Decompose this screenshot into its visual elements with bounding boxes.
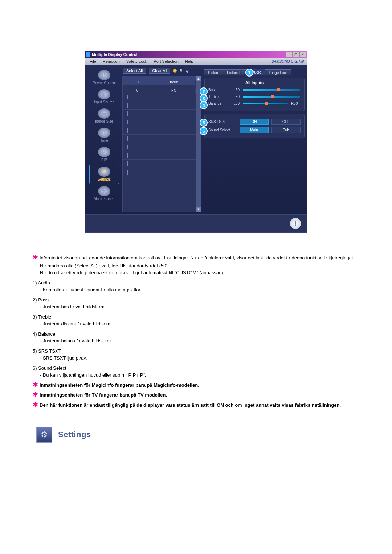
mdc-app-window: Multiple Display Control _ ▢ ✕ File Remo… (85, 51, 307, 233)
brand-label: SAMSUNG DIGITall (271, 59, 305, 63)
srs-off-button[interactable]: OFF (271, 119, 301, 125)
minimize-button[interactable]: _ (286, 52, 292, 57)
sidebar: ⏻ Power Control ◧ Input Source ▣ Image S… (87, 67, 121, 212)
row-checkbox[interactable] (127, 136, 128, 141)
row-id: 0 (132, 89, 143, 93)
table-row (123, 151, 196, 160)
row-checkbox[interactable] (127, 103, 128, 108)
bass-label: Bass (208, 88, 227, 92)
row-checkbox[interactable] (127, 111, 128, 116)
menu-file[interactable]: File (87, 58, 99, 64)
grid-header-input: Input (152, 80, 196, 84)
table-row (123, 168, 196, 176)
all-inputs-label: All Inputs (208, 81, 301, 85)
sidebar-item-label: Time (90, 139, 119, 143)
balance-row: 4 Balance L50 R50 (208, 102, 301, 106)
wrench-icon: 🛠 (98, 186, 110, 196)
sidebar-item-maintenance[interactable]: 🛠 Maintenance (90, 185, 119, 203)
row-checkbox[interactable] (127, 120, 128, 124)
menubar: File Remocon Safety Lock Port Selection … (85, 58, 307, 65)
sidebar-item-image-size[interactable]: ▣ Image Size (90, 107, 119, 126)
sidebar-item-power-control[interactable]: ⏻ Power Control (90, 69, 119, 87)
clear-all-button[interactable]: Clear All (149, 68, 170, 74)
sidebar-item-input-source[interactable]: ◧ Input Source (90, 88, 119, 106)
row-checkbox[interactable] (127, 161, 128, 166)
item-1-title: 1) Audio (33, 279, 359, 287)
table-row (123, 93, 196, 101)
balance-left: L50 (230, 102, 240, 106)
item-5-title: 5) SRS TSXT (33, 348, 359, 355)
sidebar-item-label: Settings (90, 177, 119, 181)
balance-thumb[interactable] (265, 102, 268, 105)
tab-picture-pc[interactable]: Picture PC (223, 69, 248, 75)
bass-row: 2 Bass 60 (208, 88, 301, 92)
callout-6-icon: 6 (200, 127, 208, 135)
select-all-button[interactable]: Select All (123, 68, 146, 74)
sidebar-item-label: Image Size (90, 119, 119, 123)
table-row (123, 135, 196, 143)
balance-right: R50 (291, 102, 301, 106)
treble-slider[interactable] (242, 95, 301, 98)
tab-audio[interactable]: 1 Audio (248, 69, 265, 75)
table-row (123, 126, 196, 135)
scroll-down-icon[interactable]: ▼ (196, 207, 201, 212)
sound-select-row: 6 Sound Select Main Sub (208, 127, 301, 133)
row-checkbox[interactable] (127, 95, 128, 99)
row-checkbox[interactable] (127, 145, 128, 149)
menu-remocon[interactable]: Remocon (100, 58, 123, 64)
sidebar-item-label: PIP (90, 158, 119, 162)
window-title: Multiple Display Control (92, 52, 138, 57)
treble-row: 3 Treble 50 (208, 95, 301, 99)
table-row[interactable]: 0PC (123, 85, 196, 93)
settings-tabs: Picture Picture PC 1 Audio Image Lock (204, 67, 305, 75)
menu-safety-lock[interactable]: Safety Lock (123, 58, 150, 64)
star-icon: ✱ (33, 402, 38, 409)
warning-icon: ! (290, 218, 301, 229)
tab-picture[interactable]: Picture (204, 69, 223, 75)
input-icon: ◧ (98, 89, 110, 99)
menu-port-selection[interactable]: Port Selection (151, 58, 181, 64)
bass-thumb[interactable] (277, 88, 280, 91)
sound-main-button[interactable]: Main (240, 127, 269, 133)
item-3-title: 3) Treble (33, 313, 359, 321)
balance-label: Balance (208, 102, 227, 106)
pip-icon: ◰ (98, 147, 110, 157)
maximize-button[interactable]: ▢ (293, 52, 299, 57)
grid-header-id: ID (132, 80, 143, 84)
sidebar-item-settings[interactable]: ⚙ Settings (89, 165, 119, 184)
clock-icon: ◷ (98, 128, 110, 138)
table-row (123, 160, 196, 168)
treble-value: 50 (230, 95, 240, 99)
grid-header: ID Input (123, 76, 196, 85)
close-button[interactable]: ✕ (299, 52, 306, 57)
sidebar-item-pip[interactable]: ◰ PIP (90, 145, 119, 164)
row-checkbox[interactable] (127, 170, 128, 175)
power-icon: ⏻ (98, 70, 110, 80)
table-row (123, 143, 196, 151)
bass-slider[interactable] (242, 89, 301, 91)
table-row (123, 101, 196, 110)
item-6-desc: - Du kan v lja antingen huvud eller sub … (33, 372, 359, 379)
row-checkbox[interactable] (127, 153, 128, 158)
settings-section-title: Settings (58, 430, 91, 439)
callout-4-icon: 4 (200, 101, 208, 109)
balance-slider[interactable] (242, 102, 288, 105)
audio-sliders-panel: All Inputs 2 Bass 60 3 Treble 50 (204, 78, 305, 111)
srs-on-button[interactable]: ON (240, 119, 269, 125)
treble-thumb[interactable] (271, 95, 274, 98)
item-5-desc: - SRS TSXT-ljud p /av. (33, 354, 359, 362)
sidebar-item-time[interactable]: ◷ Time (90, 126, 119, 145)
sidebar-item-label: Maintenance (90, 197, 119, 201)
item-3-desc: - Justerar diskant f r vald bildsk rm. (33, 320, 359, 328)
tab-image-lock[interactable]: Image Lock (265, 69, 292, 75)
star-icon: ✱ (33, 254, 38, 262)
scroll-up-icon[interactable]: ▲ (196, 76, 201, 81)
table-row (123, 110, 196, 118)
row-checkbox[interactable] (127, 128, 128, 133)
callout-1-icon: 1 (245, 69, 253, 77)
note-tv: Inmatningsenheten för TV fungerar bara p… (40, 391, 167, 399)
sound-sub-button[interactable]: Sub (271, 127, 301, 133)
note-sub: N r du ndrar ett v rde p denna sk rm ndr… (33, 269, 359, 276)
titlebar: Multiple Display Control _ ▢ ✕ (85, 51, 307, 58)
menu-help[interactable]: Help (182, 58, 196, 64)
